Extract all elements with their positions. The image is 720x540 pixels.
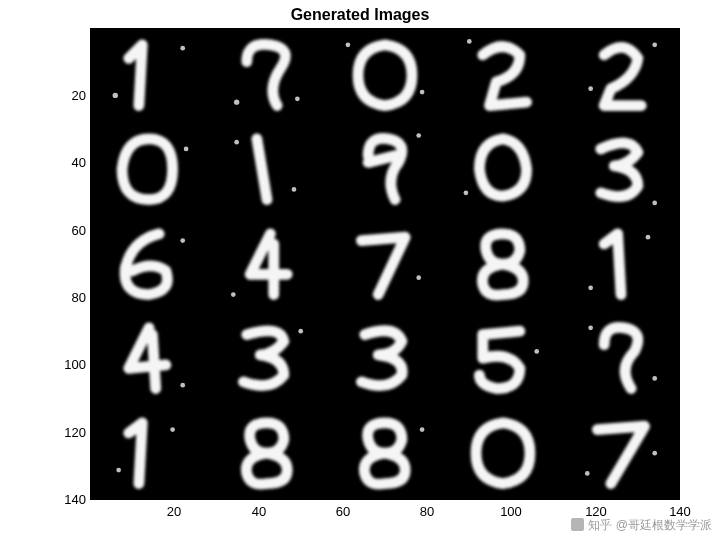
cell-3-2 — [326, 311, 444, 405]
cell-3-1 — [208, 311, 326, 405]
svg-point-4 — [346, 42, 351, 47]
svg-point-0 — [113, 93, 118, 98]
svg-point-2 — [234, 99, 239, 104]
svg-point-13 — [464, 191, 469, 196]
svg-point-28 — [585, 471, 590, 476]
cell-2-1 — [208, 217, 326, 311]
svg-point-5 — [420, 90, 425, 95]
x-tick-140: 140 — [665, 504, 695, 519]
watermark: 知乎 @哥廷根数学学派 — [571, 517, 712, 534]
svg-point-3 — [295, 96, 300, 101]
cell-4-4 — [562, 406, 680, 500]
figure: Generated Images — [0, 0, 720, 540]
cell-0-4 — [562, 28, 680, 122]
svg-point-20 — [180, 383, 185, 388]
x-tick-20: 20 — [159, 504, 189, 519]
svg-point-7 — [652, 42, 657, 47]
svg-point-1 — [180, 46, 185, 51]
cell-4-0 — [90, 406, 208, 500]
cell-1-4 — [562, 122, 680, 216]
y-tick-20: 20 — [52, 89, 86, 102]
cell-2-3 — [444, 217, 562, 311]
digit-grid — [90, 28, 680, 500]
cell-1-2 — [326, 122, 444, 216]
svg-point-18 — [646, 235, 651, 240]
svg-point-22 — [534, 349, 539, 354]
cell-3-0 — [90, 311, 208, 405]
svg-point-16 — [231, 292, 236, 297]
svg-point-26 — [116, 467, 121, 472]
svg-point-24 — [652, 376, 657, 381]
svg-point-27 — [420, 427, 425, 432]
cell-3-4 — [562, 311, 680, 405]
svg-point-15 — [180, 238, 185, 243]
svg-point-8 — [588, 86, 593, 91]
x-tick-60: 60 — [328, 504, 358, 519]
svg-point-10 — [234, 140, 239, 145]
y-tick-80: 80 — [52, 291, 86, 304]
svg-point-17 — [416, 275, 421, 280]
x-tick-120: 120 — [581, 504, 611, 519]
zhihu-logo-icon — [571, 518, 584, 531]
axes-image — [90, 28, 680, 500]
cell-3-3 — [444, 311, 562, 405]
x-tick-100: 100 — [496, 504, 526, 519]
cell-1-0 — [90, 122, 208, 216]
y-tick-40: 40 — [52, 156, 86, 169]
cell-1-1 — [208, 122, 326, 216]
cell-4-2 — [326, 406, 444, 500]
svg-point-14 — [652, 201, 657, 206]
cell-0-1 — [208, 28, 326, 122]
svg-point-21 — [298, 329, 303, 334]
chart-title: Generated Images — [0, 6, 720, 24]
cell-2-4 — [562, 217, 680, 311]
cell-1-3 — [444, 122, 562, 216]
svg-point-25 — [170, 427, 175, 432]
cell-2-2 — [326, 217, 444, 311]
watermark-prefix: 知乎 — [588, 518, 612, 532]
svg-point-11 — [292, 187, 297, 192]
svg-point-19 — [588, 285, 593, 290]
cell-2-0 — [90, 217, 208, 311]
svg-point-23 — [588, 326, 593, 331]
cell-0-3 — [444, 28, 562, 122]
svg-point-6 — [467, 39, 472, 44]
y-tick-120: 120 — [52, 426, 86, 439]
svg-point-9 — [184, 147, 189, 152]
svg-point-12 — [416, 134, 421, 139]
y-tick-100: 100 — [52, 358, 86, 371]
x-tick-80: 80 — [412, 504, 442, 519]
cell-0-0 — [90, 28, 208, 122]
y-tick-140: 140 — [52, 493, 86, 506]
y-tick-60: 60 — [52, 224, 86, 237]
cell-0-2 — [326, 28, 444, 122]
cell-4-3 — [444, 406, 562, 500]
svg-point-29 — [652, 450, 657, 455]
x-tick-40: 40 — [244, 504, 274, 519]
watermark-text: @哥廷根数学学派 — [616, 518, 712, 532]
cell-4-1 — [208, 406, 326, 500]
